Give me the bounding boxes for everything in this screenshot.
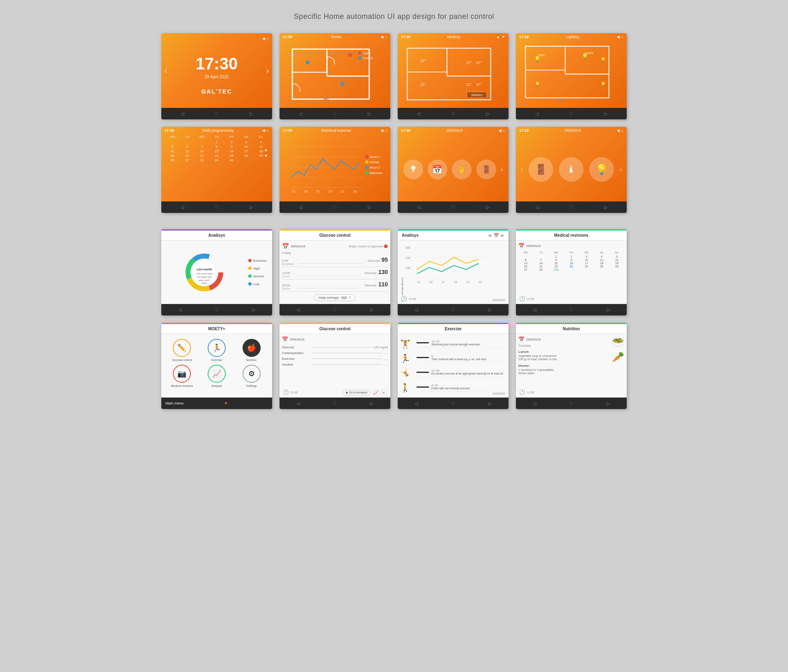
svg-text:15: 15 — [304, 190, 307, 193]
moety-nutrition[interactable]: 🍎 Nutrition — [236, 339, 267, 361]
prev-icon[interactable]: ◁ — [181, 205, 184, 210]
go-to-analysis-btn[interactable]: ▶ Go to Analysis — [342, 390, 371, 395]
back-icon-daily[interactable]: ◀ — [262, 128, 265, 133]
prev-icon[interactable]: ◁ — [415, 307, 418, 313]
next-icon[interactable]: ▷ — [370, 307, 373, 313]
svg-text:13: 13 — [417, 281, 420, 283]
moety-glucose[interactable]: ✏️ Glucose control — [166, 339, 198, 361]
nutrition-date: 29/5/2015 — [526, 338, 541, 341]
next-icon[interactable]: ▷ — [250, 205, 253, 210]
exercise-entry-2: 5' Then continue with a warm-up, p. ex. … — [417, 355, 506, 362]
next-icon[interactable]: ▷ — [250, 111, 253, 117]
next-icon[interactable]: ▷ — [604, 205, 607, 210]
back-icon-doors[interactable]: ◀ — [380, 35, 383, 39]
prev-icon[interactable]: ◁ — [535, 205, 538, 210]
back-icon-smart[interactable]: ◀ — [499, 128, 502, 133]
home-icon-lighting[interactable]: ⌂ — [621, 35, 623, 39]
next-icon[interactable]: ▷ — [486, 111, 489, 117]
prev-icon[interactable]: ◁ — [535, 111, 538, 117]
prev-icon[interactable]: ◁ — [296, 307, 300, 313]
analysis-icon-btn[interactable]: 📈 — [373, 390, 379, 395]
next-icon[interactable]: ▷ — [368, 111, 371, 117]
heart-icon[interactable]: ♡ — [215, 205, 219, 210]
next-icon[interactable]: ▷ — [252, 307, 255, 313]
heart-icon[interactable]: ♡ — [451, 111, 455, 117]
next-icon[interactable]: ▷ — [607, 401, 610, 406]
svg-text:Room 1: Room 1 — [370, 155, 380, 158]
heart-icon[interactable]: ♡ — [215, 111, 219, 117]
device-bulb[interactable]: 💡 — [589, 157, 614, 182]
svg-text:17°: 17° — [476, 61, 481, 65]
chevron-right[interactable]: › — [501, 166, 503, 173]
heart-icon[interactable]: ♡ — [333, 307, 337, 313]
next-icon[interactable]: ▷ — [488, 307, 492, 313]
heart-icon[interactable]: ♡ — [333, 401, 337, 406]
heart-icon[interactable]: ♡ — [569, 205, 573, 210]
next-icon[interactable]: ▷ — [368, 205, 371, 210]
light-icon[interactable] — [403, 160, 423, 179]
back-icon-lighting[interactable]: ◀ — [617, 35, 620, 39]
heart-icon[interactable]: ♡ — [451, 307, 455, 313]
next-icon[interactable]: ▷ — [607, 307, 610, 313]
heart-icon[interactable]: ♡ — [451, 401, 455, 406]
prev-icon[interactable]: ◁ — [181, 111, 184, 117]
next-icon[interactable]: ▷ — [604, 111, 607, 117]
home-icon-smart[interactable]: ⌂ — [503, 128, 505, 133]
chevron-right-devices[interactable]: › — [620, 166, 622, 173]
down-icon-heating[interactable]: ▼ — [502, 35, 505, 39]
bottom-bar-daily: ◁ ♡ ▷ — [161, 201, 272, 213]
next-icon[interactable]: ▷ — [486, 205, 489, 210]
prev-icon[interactable]: ◁ — [533, 307, 536, 313]
home-icon-daily[interactable]: ⌂ — [267, 128, 269, 133]
hand-icon[interactable]: 🤚 — [452, 160, 472, 179]
prev-icon[interactable]: ◁ — [178, 307, 181, 313]
moety-exercise[interactable]: 🏃 Exercise — [201, 339, 233, 361]
fwd-icon-a2[interactable]: ▶ — [501, 233, 504, 238]
home-icon[interactable]: ⌂ — [267, 37, 269, 41]
moety-medical[interactable]: 📷 Medical revisions — [166, 365, 198, 387]
chevron-left-devices[interactable]: ‹ — [521, 166, 523, 173]
home-icon-elec[interactable]: ⌂ — [385, 128, 387, 133]
prev-icon[interactable]: ◁ — [299, 205, 302, 210]
moety-settings[interactable]: ⚙ Settings — [236, 365, 267, 387]
heart-icon[interactable]: ♡ — [569, 111, 573, 117]
back-icon-elec[interactable]: ◀ — [380, 128, 383, 133]
moety-analysis[interactable]: 📈 Analysis — [201, 365, 233, 387]
add-btn[interactable]: + — [380, 389, 387, 396]
next-icon[interactable]: ▷ — [370, 401, 373, 406]
prev-icon[interactable]: ◁ — [417, 111, 420, 117]
back-icon-a2[interactable]: ◀ — [488, 233, 491, 238]
lunch-item-2: 100 gr of meat, chicken or fish — [518, 358, 610, 361]
cal-down[interactable]: ▼ — [264, 153, 268, 158]
heart-icon[interactable]: ♡ — [451, 205, 455, 210]
prev-button[interactable]: ‹ — [165, 66, 167, 75]
back-icon-devices[interactable]: ◀ — [617, 128, 620, 133]
device-thermo[interactable]: 🌡 — [559, 157, 584, 182]
home-icon-devices[interactable]: ⌂ — [621, 128, 623, 133]
door-icon[interactable]: 🚪 — [476, 160, 496, 179]
next-button[interactable]: › — [266, 66, 269, 75]
prev-icon[interactable]: ◁ — [415, 401, 418, 406]
prev-icon[interactable]: ◁ — [417, 205, 420, 210]
cal-icon-a2[interactable]: 📅 — [494, 233, 499, 238]
prev-icon[interactable]: ◁ — [299, 111, 302, 117]
heart-icon[interactable]: ♡ — [333, 111, 337, 117]
heart-icon-moety[interactable]: ♥ — [224, 400, 227, 406]
cal-up[interactable]: ▲ — [264, 147, 268, 152]
svg-text:200: 200 — [405, 256, 410, 259]
heart-icon[interactable]: ♡ — [569, 401, 573, 406]
heart-icon[interactable]: ♡ — [569, 307, 573, 313]
glucose-field-1: Glucose 120 mg/dl — [282, 345, 388, 349]
heart-icon[interactable]: ♡ — [215, 307, 219, 313]
prev-icon[interactable]: ◁ — [296, 401, 300, 406]
heart-icon[interactable]: ♡ — [333, 205, 337, 210]
next-icon[interactable]: ▷ — [488, 401, 492, 406]
back-icon[interactable]: ◀ — [262, 37, 265, 41]
home-icon-doors[interactable]: ⌂ — [385, 35, 387, 39]
device-door[interactable]: 🚪 — [529, 157, 553, 182]
up-icon-heating[interactable]: ▲ — [496, 35, 500, 39]
glucose-field-2: Carbohydrates ..... — [282, 351, 388, 355]
svg-text:💡: 💡 — [535, 82, 541, 87]
calendar-icon[interactable]: 📅 — [428, 160, 447, 179]
prev-icon[interactable]: ◁ — [533, 401, 536, 406]
